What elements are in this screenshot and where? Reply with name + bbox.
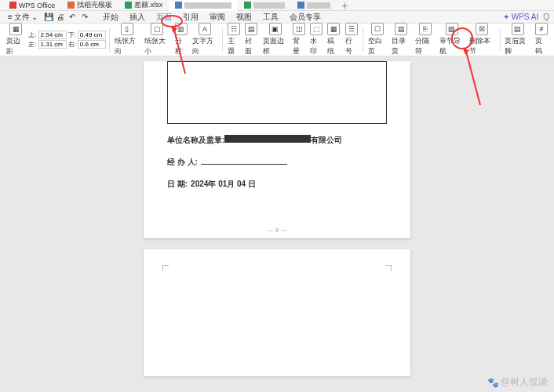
wps-icon xyxy=(9,2,16,9)
doc-tab-5[interactable] xyxy=(291,0,337,11)
redacted-text xyxy=(224,135,311,143)
title-bar: WPS Office 找稻壳模板 差额.xlsx + xyxy=(0,0,554,11)
line-number-button[interactable]: ☰行号 xyxy=(344,22,359,57)
line-icon: ▦ xyxy=(327,23,340,35)
blank-icon: ☐ xyxy=(371,23,384,35)
watermark-button[interactable]: ⬚水印 xyxy=(308,22,324,57)
margins-icon: ▦ xyxy=(9,23,22,35)
field-date[interactable]: 日 期: 2024年 01月 04 日 xyxy=(167,179,387,190)
papersize-icon: ▢ xyxy=(151,23,163,35)
textdir-icon: A xyxy=(199,23,211,35)
toc-page-button[interactable]: ▤目录页 xyxy=(390,22,412,57)
doc-title-redacted xyxy=(184,2,231,9)
tab-reference[interactable]: 引用 xyxy=(180,12,201,23)
delsec-icon: ☒ xyxy=(476,23,488,35)
line-paper-button[interactable]: ▦稿纸 xyxy=(326,22,341,57)
header-footer-button[interactable]: ▤页眉页脚 xyxy=(503,22,531,57)
margin-top-input[interactable] xyxy=(38,31,67,39)
tab-start[interactable]: 开始 xyxy=(100,12,121,23)
doc-icon xyxy=(297,2,304,9)
tab-review[interactable]: 审阅 xyxy=(207,12,228,23)
document-workspace[interactable]: 单位名称及盖章: 有限公司 经 办 人: 日 期: 2024年 01月 04 日… xyxy=(0,56,554,392)
menu-tabs: 开始 插入 页面 引用 审阅 视图 工具 会员专享 xyxy=(100,12,323,23)
tab-member[interactable]: 会员专享 xyxy=(287,12,323,23)
delete-section-button[interactable]: ☒删除本节 xyxy=(468,22,496,57)
secnav-icon: ▧ xyxy=(446,23,458,35)
template-icon xyxy=(67,2,75,9)
print-icon[interactable]: 🖨 xyxy=(56,13,66,22)
margins-button[interactable]: ▦页边距 xyxy=(5,22,27,57)
doc-title-redacted xyxy=(253,2,285,9)
paper-size-button[interactable]: ▢纸张大小 xyxy=(143,22,171,57)
border-icon: ▣ xyxy=(269,23,282,35)
orientation-button[interactable]: ▯纸张方向 xyxy=(113,22,141,57)
save-icon[interactable]: 💾 xyxy=(44,13,53,22)
columns-icon: ▥ xyxy=(175,23,188,35)
hf-icon: ▤ xyxy=(512,23,524,35)
redo-icon[interactable]: ↷ xyxy=(82,13,91,22)
theme-button[interactable]: ☷主题 xyxy=(226,22,242,57)
field-handler[interactable]: 经 办 人: xyxy=(167,157,387,168)
paw-icon: 🐾 xyxy=(487,377,499,388)
columns-button[interactable]: ▥分栏 xyxy=(173,22,189,57)
doc-tab-4[interactable] xyxy=(238,0,291,11)
undo-icon[interactable]: ↶ xyxy=(69,13,78,22)
margin-left-input[interactable] xyxy=(38,40,67,49)
theme-icon: ☷ xyxy=(228,23,240,35)
background-button[interactable]: ◫背景 xyxy=(291,22,307,57)
cover-icon: ▤ xyxy=(245,23,257,35)
page-number-button[interactable]: #页码 xyxy=(534,22,549,57)
break-button[interactable]: ⎘分隔符 xyxy=(414,22,436,57)
bg-icon: ◫ xyxy=(293,23,305,35)
orientation-icon: ▯ xyxy=(121,23,133,35)
doc-icon xyxy=(175,2,182,9)
tab-insert[interactable]: 插入 xyxy=(127,12,148,23)
margin-bottom-input[interactable] xyxy=(78,31,106,39)
app-tab-wps[interactable]: WPS Office xyxy=(3,0,61,11)
quick-access-toolbar: 💾 🖨 ↶ ↷ xyxy=(44,13,91,22)
tab-page[interactable]: 页面 xyxy=(154,12,174,23)
blank-page-button[interactable]: ☐空白页 xyxy=(366,22,388,57)
cover-button[interactable]: ▤封面 xyxy=(243,22,259,57)
margin-corner-icon xyxy=(385,265,392,271)
toc-icon: ▤ xyxy=(395,23,407,35)
app-tab-template[interactable]: 找稻壳模板 xyxy=(61,0,118,11)
watermark-icon: ⬚ xyxy=(310,23,323,35)
image-watermark: 🐾@树人侃谈 xyxy=(487,376,548,389)
search-icon[interactable]: Q xyxy=(543,13,549,21)
document-page-9[interactable]: 单位名称及盖章: 有限公司 经 办 人: 日 期: 2024年 01月 04 日… xyxy=(144,61,410,238)
xlsx-icon xyxy=(125,2,132,9)
margin-right-input[interactable] xyxy=(78,40,106,49)
margin-inputs: 上:下: 左:右: xyxy=(28,31,105,49)
menu-right: ✦ WPS AI Q xyxy=(503,13,549,21)
doc-tab-active[interactable] xyxy=(169,0,238,11)
text-direction-button[interactable]: A文字方向 xyxy=(191,22,219,57)
page-number: — 9 — xyxy=(144,227,410,234)
add-tab-button[interactable]: + xyxy=(341,0,348,12)
tab-tools[interactable]: 工具 xyxy=(261,12,281,23)
margin-corner-icon xyxy=(162,265,169,271)
tab-view[interactable]: 视图 xyxy=(234,12,254,23)
file-menu[interactable]: ≡ 文件 ⌄ xyxy=(5,12,41,23)
pagenum-icon: # xyxy=(535,23,548,35)
doc-title-redacted xyxy=(307,2,330,9)
lineno-icon: ☰ xyxy=(345,23,358,35)
page-border-button[interactable]: ▣页面边框 xyxy=(261,22,290,57)
text-box[interactable] xyxy=(167,61,387,124)
ribbon: ▦页边距 上:下: 左:右: ▯纸张方向 ▢纸张大小 ▥分栏 A文字方向 ☷主题… xyxy=(0,24,554,56)
field-unit-name[interactable]: 单位名称及盖章: 有限公司 xyxy=(167,135,387,146)
wps-ai-button[interactable]: ✦ WPS AI xyxy=(503,13,538,21)
xlsx-icon xyxy=(244,2,251,9)
doc-tab-xlsx[interactable]: 差额.xlsx xyxy=(118,0,169,11)
section-nav-button[interactable]: ▧章节导航 xyxy=(438,22,466,57)
document-page-10[interactable] xyxy=(144,249,410,376)
break-icon: ⎘ xyxy=(419,23,432,35)
